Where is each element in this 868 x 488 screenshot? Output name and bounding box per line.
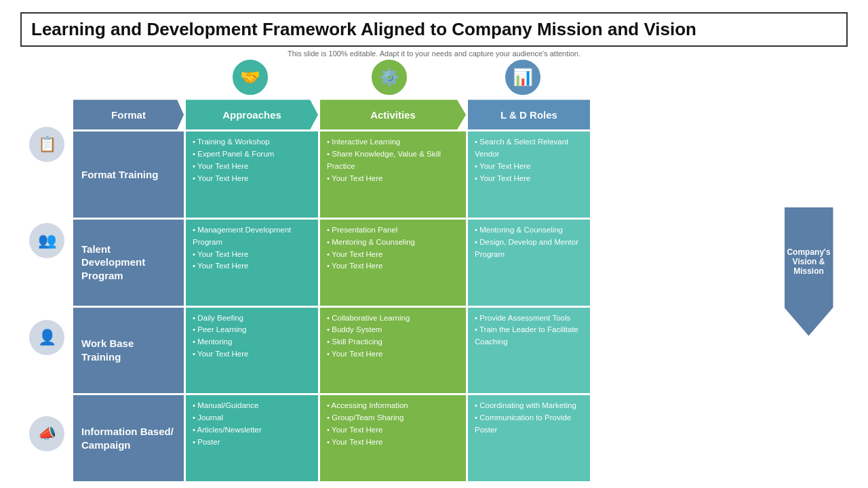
main-title: Learning and Development Framework Align… [31, 19, 837, 40]
list-item: Skill Practicing [327, 336, 459, 348]
list-item: Mentoring [193, 336, 311, 348]
row4-icon: 📣 [29, 416, 64, 451]
list-item: Your Text Here [327, 424, 459, 436]
list-item: Your Text Here [475, 173, 583, 185]
activities-cell-1: Interactive LearningShare Knowledge, Val… [320, 131, 466, 218]
row3-icon-cell: 👤 [20, 290, 73, 384]
activities-icon: ⚙️ [370, 58, 409, 97]
vision-arrow: Company's Vision & Mission [778, 207, 840, 336]
list-item: Management Development Program [193, 224, 311, 249]
list-item: Share Knowledge, Value & Skill Practice [327, 148, 459, 173]
activities-cell-3: Collaborative LearningBuddy SystemSkill … [320, 308, 466, 394]
list-item: Search & Select Relevant Vendor [475, 136, 583, 161]
list-item: Design, Develop and Mentor Program [475, 237, 583, 261]
list-item: Interactive Learning [327, 136, 459, 148]
header-arrows: Format Approaches Activities L & D Roles [73, 100, 770, 129]
header-activities: Activities [320, 100, 466, 129]
data-row-2: Talent Development ProgramManagement Dev… [73, 220, 770, 306]
vision-label: Company's Vision & Mission [783, 244, 833, 279]
roles-cell-4: Coordinating with MarketingCommunication… [468, 395, 590, 481]
header-roles: L & D Roles [468, 100, 590, 129]
list-item: Articles/Newsletter [193, 424, 311, 436]
list-item: Your Text Here [327, 173, 459, 185]
activities-cell-2: Presentation PanelMentoring & Counseling… [320, 220, 466, 306]
row3-icon: 👤 [29, 320, 64, 355]
list-item: Presentation Panel [327, 224, 459, 237]
approaches-cell-3: Daily BeefingPeer LearningMentoringYour … [186, 308, 318, 394]
vision-arrow-col: Company's Vision & Mission [770, 62, 848, 481]
list-item: Train the Leader to Facilitate Coaching [475, 324, 583, 348]
list-item: Your Text Here [327, 249, 459, 261]
row2-icon: 👥 [29, 223, 64, 258]
list-item: Training & Workshop [193, 136, 311, 148]
row2-icon-cell: 👥 [20, 194, 73, 288]
roles-icon: 📊 [503, 58, 542, 97]
row4-icon-cell: 📣 [20, 387, 73, 481]
data-row-1: Format TrainingTraining & WorkshopExpert… [73, 131, 770, 218]
list-item: Buddy System [327, 324, 459, 336]
approaches-cell-2: Management Development ProgramYour Text … [186, 220, 318, 306]
list-item: Your Text Here [327, 260, 459, 272]
vision-arrow-body: Company's Vision & Mission [785, 207, 833, 336]
list-item: Your Text Here [327, 348, 459, 361]
title-box: Learning and Development Framework Align… [20, 12, 848, 47]
list-item: Your Text Here [193, 348, 311, 361]
list-item: Manual/Guidance [193, 400, 311, 412]
data-row-3: Work Base TrainingDaily BeefingPeer Lear… [73, 308, 770, 394]
header-format: Format [73, 100, 184, 129]
roles-icon-slot: 📊 [462, 62, 584, 100]
left-icons-column: 📋 👥 👤 📣 [20, 97, 73, 481]
row1-icon-cell: 📋 [20, 97, 73, 191]
format-cell-1: Format Training [73, 131, 184, 218]
list-item: Coordinating with Marketing [475, 400, 583, 412]
approaches-cell-1: Training & WorkshopExpert Panel & ForumY… [186, 131, 318, 218]
slide: Learning and Development Framework Align… [0, 0, 868, 488]
approaches-cell-4: Manual/GuidanceJournalArticles/Newslette… [186, 395, 318, 481]
list-item: Poster [193, 436, 311, 449]
list-item: Daily Beefing [193, 312, 311, 325]
list-item: Group/Team Sharing [327, 412, 459, 424]
list-item: Accessing Information [327, 400, 459, 412]
format-cell-4: Information Based/ Campaign [73, 395, 184, 481]
list-item: Your Text Here [193, 260, 311, 272]
list-item: Your Text Here [327, 436, 459, 449]
format-cell-2: Talent Development Program [73, 220, 184, 306]
list-item: Your Text Here [475, 161, 583, 173]
approaches-icon: 🤝 [231, 58, 270, 97]
header-top-icons: 🤝 ⚙️ 📊 [73, 62, 770, 100]
roles-cell-1: Search & Select Relevant VendorYour Text… [468, 131, 590, 218]
list-item: Expert Panel & Forum [193, 148, 311, 161]
data-rows: Format TrainingTraining & WorkshopExpert… [73, 131, 770, 481]
list-item: Mentoring & Counseling [475, 224, 583, 237]
roles-cell-3: Provide Assessment ToolsTrain the Leader… [468, 308, 590, 394]
subtitle: This slide is 100% editable. Adapt it to… [20, 49, 848, 58]
list-item: Journal [193, 412, 311, 424]
activities-icon-slot: ⚙️ [316, 62, 462, 100]
full-layout: 📋 👥 👤 📣 🤝 ⚙️ 📊 [20, 62, 848, 481]
header-approaches: Approaches [186, 100, 318, 129]
data-row-4: Information Based/ CampaignManual/Guidan… [73, 395, 770, 481]
list-item: Provide Assessment Tools [475, 312, 583, 325]
list-item: Mentoring & Counseling [327, 237, 459, 249]
list-item: Communication to Provide Poster [475, 412, 583, 436]
approaches-icon-slot: 🤝 [184, 62, 316, 100]
activities-cell-4: Accessing InformationGroup/Team SharingY… [320, 395, 466, 481]
list-item: Your Text Here [193, 161, 311, 173]
list-item: Your Text Here [193, 249, 311, 261]
list-item: Collaborative Learning [327, 312, 459, 325]
row1-icon: 📋 [29, 127, 64, 162]
list-item: Your Text Here [193, 173, 311, 185]
list-item: Peer Learning [193, 324, 311, 336]
center-grid: 🤝 ⚙️ 📊 Format Approaches Activities [73, 62, 770, 481]
roles-cell-2: Mentoring & CounselingDesign, Develop an… [468, 220, 590, 306]
format-cell-3: Work Base Training [73, 308, 184, 394]
